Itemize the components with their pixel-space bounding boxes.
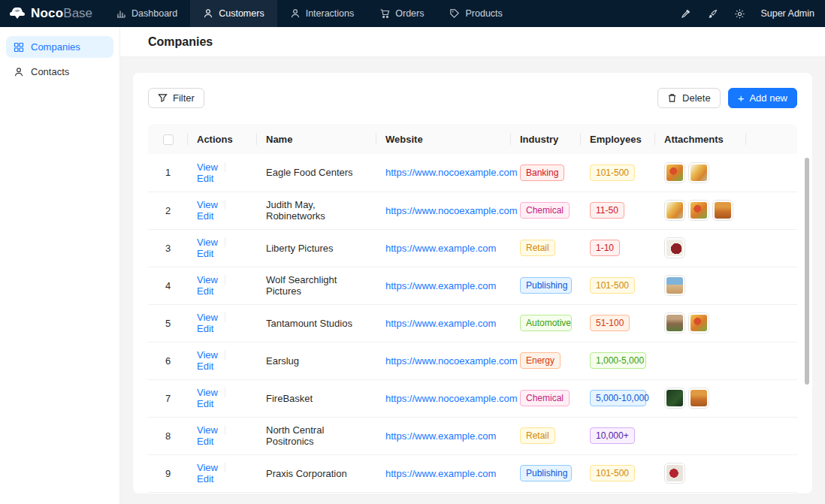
website-link[interactable]: https://www.example.com [385,243,496,254]
view-link[interactable]: View [197,161,218,173]
edit-link[interactable]: Edit [197,361,213,372]
nav-item-orders[interactable]: Orders [367,0,437,27]
row-index[interactable]: 5 [165,318,171,329]
attachment-thumbnail-fruit1[interactable] [688,312,709,333]
attachment-image [666,164,683,181]
industry-tag: Retail [520,427,555,444]
sidebar-item-contacts[interactable]: Contacts [6,61,113,83]
highlighter-icon [680,8,691,20]
website-link[interactable]: https://www.nocoexample.com [385,393,518,404]
nav-item-dashboard[interactable]: Dashboard [103,0,190,27]
attachments-cell [664,312,737,333]
table-row: 3 ViewEdit Liberty Pictures https://www.… [148,229,797,267]
view-link[interactable]: View [197,199,218,210]
action-divider [225,350,225,360]
navbar-right: Super Admin [675,0,825,27]
attachment-image [666,240,683,256]
attachment-thumbnail-fruit2[interactable] [664,200,685,221]
page-title: Companies [148,35,213,49]
ui-editor-button[interactable] [675,3,696,24]
view-link[interactable]: View [197,312,218,323]
website-link[interactable]: https://www.nocoexample.com [385,355,518,367]
row-index[interactable]: 7 [165,393,171,404]
vertical-scrollbar[interactable] [805,158,809,385]
edit-link[interactable]: Edit [197,210,213,222]
edit-link[interactable]: Edit [197,436,213,447]
filter-button[interactable]: Filter [148,88,204,108]
attachment-thumbnail-beach[interactable] [664,275,685,296]
row-index[interactable]: 1 [165,167,171,178]
website-link[interactable]: https://www.example.com [385,280,496,291]
attachment-thumbnail-trees[interactable] [664,312,685,333]
attachment-thumbnail-flowers[interactable] [664,463,685,484]
attachment-thumbnail-berries[interactable] [664,237,685,258]
company-name: Eagle Food Centers [266,167,353,178]
edit-link[interactable]: Edit [197,323,213,334]
edit-link[interactable]: Edit [197,285,213,297]
attachment-image [691,315,707,331]
company-name: North Central Positronics [266,424,324,447]
person-icon [14,67,24,77]
attachment-thumbnail-fruit1[interactable] [664,162,685,183]
attachment-thumbnail-fruit2[interactable] [688,162,709,183]
select-all-header [148,124,188,154]
website-link[interactable]: https://www.example.com [385,468,496,479]
brand-name-bold: Noco [31,6,63,21]
view-link[interactable]: View [197,462,218,473]
employees-tag: 101-500 [590,465,635,481]
view-link[interactable]: View [197,274,218,285]
attachments-cell [664,200,737,221]
nocobase-logo[interactable]: NocoBase [0,0,103,27]
action-divider [225,200,225,210]
sidebar-item-label: Contacts [31,66,69,77]
table-row: 6 ViewEdit Earslug https://www.nocoexamp… [148,342,797,379]
view-link[interactable]: View [197,349,218,361]
edit-link[interactable]: Edit [197,248,213,259]
website-link[interactable]: https://www.example.com [385,430,496,442]
nav-item-customers[interactable]: Customers [190,0,277,27]
table-row: 1 ViewEdit Eagle Food Centers https://ww… [148,154,797,192]
company-name: Praxis Corporation [266,468,347,479]
attachment-thumbnail-foliage[interactable] [664,388,685,409]
action-divider [225,162,225,172]
website-link[interactable]: https://www.nocoexample.com [385,205,518,216]
website-link[interactable]: https://www.example.com [385,318,496,329]
column-header-filler [746,124,797,154]
attachment-thumbnail-fruit1[interactable] [688,200,709,221]
company-name: Liberty Pictures [266,243,334,254]
edit-link[interactable]: Edit [197,473,213,484]
attachment-image [691,390,707,406]
nav-item-interactions[interactable]: Interactions [277,0,367,27]
edit-link[interactable]: Edit [197,173,213,184]
nav-item-label: Orders [395,8,424,19]
filter-icon [158,93,168,103]
row-index[interactable]: 2 [165,205,171,216]
view-link[interactable]: View [197,237,218,248]
row-index[interactable]: 3 [165,243,171,254]
view-link[interactable]: View [197,387,218,398]
nav-item-products[interactable]: Products [437,0,515,27]
settings-button[interactable] [729,3,750,24]
row-index[interactable]: 9 [165,468,171,479]
action-divider [225,275,225,285]
row-index[interactable]: 4 [165,280,171,291]
edit-link[interactable]: Edit [197,398,213,409]
view-link[interactable]: View [197,424,218,436]
sidebar-item-companies[interactable]: Companies [6,36,113,58]
website-link[interactable]: https://www.nocoexample.com [385,167,518,178]
row-index[interactable]: 6 [165,355,171,367]
select-all-checkbox[interactable] [163,134,174,145]
table-header-row: Actions Name Website Industry Employees … [148,124,797,154]
orders-icon [379,8,390,19]
attachment-thumbnail-desert[interactable] [688,388,709,409]
company-name: FireBasket [266,393,313,404]
employees-tag: 11-50 [590,202,624,219]
row-index[interactable]: 8 [165,430,171,442]
theme-editor-button[interactable] [702,3,723,24]
attachment-thumbnail-desert[interactable] [712,200,733,221]
column-header-actions: Actions [188,124,257,154]
attachment-image [691,164,707,181]
add-new-button[interactable]: + Add new [728,88,797,108]
delete-button[interactable]: Delete [657,88,721,108]
user-menu[interactable]: Super Admin [756,8,814,19]
